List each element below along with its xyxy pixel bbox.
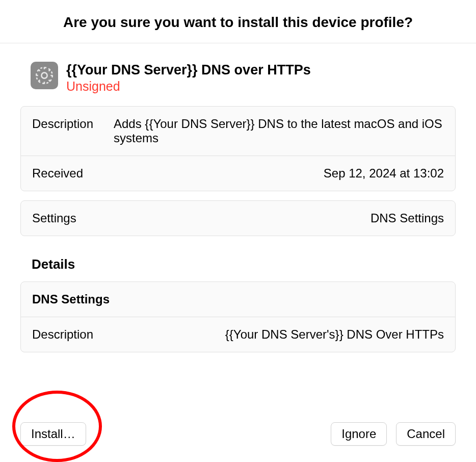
profile-header: {{Your DNS Server}} DNS over HTTPs Unsig… xyxy=(31,62,456,94)
details-description-label: Description xyxy=(32,327,93,342)
svg-point-0 xyxy=(41,72,47,78)
settings-row: Settings DNS Settings xyxy=(21,201,455,236)
gear-icon xyxy=(31,62,58,89)
description-value: Adds {{Your DNS Server}} DNS to the late… xyxy=(114,117,444,145)
details-description-value: {{Your DNS Server's}} DNS Over HTTPs xyxy=(93,327,444,342)
details-description-row: Description {{Your DNS Server's}} DNS Ov… xyxy=(21,317,455,352)
button-row: Install… Ignore Cancel xyxy=(20,422,456,446)
details-heading: Details xyxy=(32,256,456,272)
install-button[interactable]: Install… xyxy=(20,422,86,446)
dialog-content: {{Your DNS Server}} DNS over HTTPs Unsig… xyxy=(0,43,476,352)
received-row: Received Sep 12, 2024 at 13:02 xyxy=(21,156,455,191)
details-card: DNS Settings Description {{Your DNS Serv… xyxy=(20,281,456,352)
dialog-header: Are you sure you want to install this de… xyxy=(0,0,476,43)
profile-info-card: Description Adds {{Your DNS Server}} DNS… xyxy=(20,106,456,191)
cancel-button[interactable]: Cancel xyxy=(396,422,456,446)
settings-label: Settings xyxy=(32,211,114,225)
ignore-button[interactable]: Ignore xyxy=(331,422,387,446)
received-label: Received xyxy=(32,166,114,181)
description-row: Description Adds {{Your DNS Server}} DNS… xyxy=(21,107,455,156)
dialog-title: Are you sure you want to install this de… xyxy=(10,14,466,31)
button-group-right: Ignore Cancel xyxy=(331,422,456,446)
profile-title: {{Your DNS Server}} DNS over HTTPs xyxy=(66,62,311,78)
details-section-title: DNS Settings xyxy=(21,282,455,317)
profile-settings-card: Settings DNS Settings xyxy=(20,200,456,236)
profile-title-block: {{Your DNS Server}} DNS over HTTPs Unsig… xyxy=(66,62,311,94)
profile-signed-status: Unsigned xyxy=(66,79,311,94)
received-value: Sep 12, 2024 at 13:02 xyxy=(114,166,444,181)
settings-value: DNS Settings xyxy=(114,211,444,225)
description-label: Description xyxy=(32,117,114,145)
